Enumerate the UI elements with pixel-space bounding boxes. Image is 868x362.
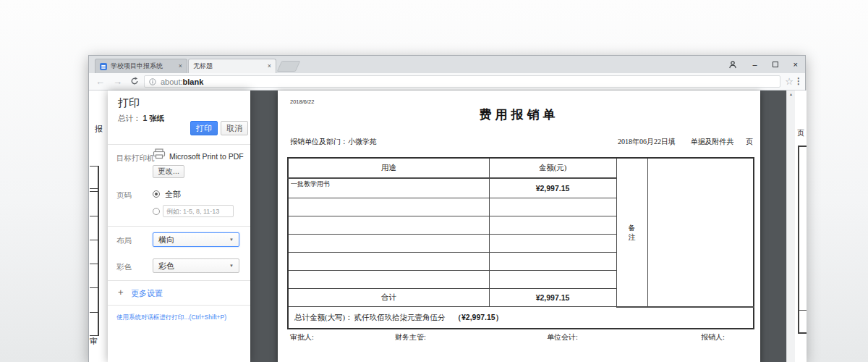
pages-range-input[interactable] xyxy=(163,205,234,217)
background-table-line xyxy=(90,264,99,264)
col-header-purpose: 用途 xyxy=(288,158,489,178)
attachment-unit: 页 xyxy=(746,138,753,146)
new-tab-button[interactable] xyxy=(277,61,301,72)
expense-table: 用途 金额(元) 备注 一批教学用书 ¥2,997.15 xyxy=(287,157,754,329)
signature-claimant: 报销人: xyxy=(701,332,725,342)
table-cell-purpose xyxy=(288,198,489,216)
cancel-button[interactable]: 取消 xyxy=(221,121,248,135)
table-cell-purpose xyxy=(288,235,489,253)
background-page-text: 报 xyxy=(95,124,103,135)
desktop-background: 学校项目申报系统 × 无标题 × – × ← → xyxy=(0,0,868,362)
color-select[interactable]: 彩色 ▼ xyxy=(153,258,239,273)
table-cell-purpose xyxy=(288,216,489,235)
signature-unit-accountant: 单位会计: xyxy=(547,332,578,342)
plus-icon: + xyxy=(118,287,124,298)
close-icon[interactable]: × xyxy=(793,61,798,69)
date-attachment: 2018年06月22日填 单据及附件共 页 xyxy=(618,137,753,147)
remark-label: 备注 xyxy=(628,223,637,242)
background-table-line xyxy=(90,240,99,240)
total-row-label: 合计 xyxy=(288,289,489,307)
restore-icon[interactable] xyxy=(773,62,778,67)
document-info-line: 报销单位及部门：小微学苑 2018年06月22日填 单据及附件共 页 xyxy=(290,137,753,147)
color-label: 彩色 xyxy=(116,262,132,272)
table-cell-amount xyxy=(489,271,616,289)
background-page-right-sliver: 页 xyxy=(795,90,807,362)
change-printer-button[interactable]: 更改... xyxy=(153,165,184,178)
color-value: 彩色 xyxy=(158,261,174,272)
chevron-down-icon: ▼ xyxy=(229,237,234,242)
more-settings-link[interactable]: 更多设置 xyxy=(131,288,163,299)
tab-school-system[interactable]: 学校项目申报系统 × xyxy=(95,59,187,73)
site-favicon-icon xyxy=(100,63,107,70)
background-table-line xyxy=(90,287,99,288)
pages-label: 页码 xyxy=(116,190,132,201)
background-table-line xyxy=(90,312,99,313)
signature-row: 审批人: 财务主管: 单位会计: 报销人: xyxy=(278,332,760,342)
table-cell-amount xyxy=(489,198,616,216)
total-value: 1 张纸 xyxy=(142,114,164,122)
tab-title: 无标题 xyxy=(193,62,265,71)
remark-content-cell xyxy=(647,158,754,307)
layout-select[interactable]: 横向 ▼ xyxy=(153,232,239,247)
print-dialog-title: 打印 xyxy=(118,96,140,110)
page-info-icon[interactable] xyxy=(149,78,156,85)
amount-words: 贰仟玖佰玖拾柒元壹角伍分 xyxy=(354,313,446,321)
document-title: 费用报销单 xyxy=(278,106,760,123)
minimize-icon[interactable]: – xyxy=(752,61,757,69)
url-scheme: about: xyxy=(161,77,183,86)
background-table-line xyxy=(798,332,807,334)
tab-untitled[interactable]: 无标题 × xyxy=(188,59,276,73)
page-scrollbar[interactable]: ▲ xyxy=(786,90,795,362)
background-table-line xyxy=(798,310,807,311)
amount-words-label: 总计金额(大写)： xyxy=(294,313,353,321)
total-row-amount: ¥2,997.15 xyxy=(489,289,616,307)
scroll-up-icon[interactable]: ▲ xyxy=(787,92,795,96)
divider xyxy=(108,226,250,227)
tab-title: 学校项目申报系统 xyxy=(111,62,176,71)
background-page-text: 审 xyxy=(90,336,98,347)
system-dialog-print-link[interactable]: 使用系统对话框进行打印...(Ctrl+Shift+P) xyxy=(116,313,226,322)
refresh-icon[interactable] xyxy=(130,77,139,85)
print-preview-pane: 2018/6/22 费用报销单 报销单位及部门：小微学苑 2018年06月22日… xyxy=(250,90,786,362)
pages-all-radio[interactable] xyxy=(153,190,160,198)
print-total-sheets: 总计： 1 张纸 xyxy=(118,114,164,124)
bookmark-star-icon[interactable]: ☆ xyxy=(785,76,793,87)
table-cell-amount xyxy=(489,216,616,235)
background-table-line xyxy=(90,188,99,189)
browser-menu-icon[interactable]: ⋮ xyxy=(794,76,803,86)
signature-approver: 审批人: xyxy=(290,332,314,342)
remark-column: 备注 xyxy=(616,158,647,307)
print-dialog: 打印 总计： 1 张纸 打印 取消 目标打印机 Microsoft Print … xyxy=(108,90,250,362)
background-table-border xyxy=(798,146,799,332)
divider xyxy=(108,305,250,306)
content-area: 报 审 打印 总计： 1 张纸 打印 xyxy=(89,90,805,362)
layout-value: 横向 xyxy=(158,235,174,245)
background-table-line xyxy=(90,166,99,167)
forward-icon[interactable]: → xyxy=(113,76,122,87)
signature-finance-supervisor: 财务主管: xyxy=(395,332,426,342)
back-icon[interactable]: ← xyxy=(95,76,105,87)
table-cell-amount xyxy=(489,253,616,271)
unit-department: 报销单位及部门：小微学苑 xyxy=(290,137,377,147)
chevron-down-icon: ▼ xyxy=(229,264,234,268)
pages-range-radio[interactable] xyxy=(153,208,160,215)
background-table-line xyxy=(90,216,99,216)
divider xyxy=(108,144,250,145)
print-button[interactable]: 打印 xyxy=(190,121,218,135)
amount-numeric: （¥2,997.15） xyxy=(454,313,503,321)
tab-close-icon[interactable]: × xyxy=(179,63,182,70)
profile-icon[interactable] xyxy=(728,60,737,69)
background-table-line xyxy=(90,191,99,192)
browser-window: 学校项目申报系统 × 无标题 × – × ← → xyxy=(88,55,806,362)
layout-label: 布局 xyxy=(116,236,132,246)
pages-all-label: 全部 xyxy=(165,189,181,200)
tab-close-icon[interactable]: × xyxy=(268,63,271,70)
col-header-amount: 金额(元) xyxy=(489,158,616,178)
printer-icon xyxy=(153,148,166,159)
address-bar[interactable]: about:blank xyxy=(144,75,780,88)
amount-in-words-row: 总计金额(大写)：贰仟玖佰玖拾柒元壹角伍分（¥2,997.15） xyxy=(288,307,754,329)
table-cell-purpose xyxy=(288,271,489,289)
attachment-label: 单据及附件共 xyxy=(691,138,734,146)
total-label: 总计： xyxy=(118,114,141,122)
table-cell-amount: ¥2,997.15 xyxy=(489,178,616,198)
